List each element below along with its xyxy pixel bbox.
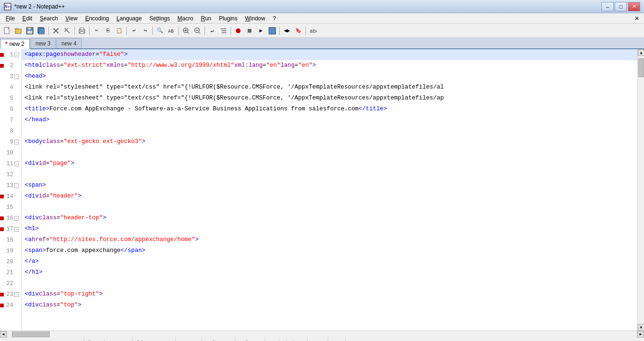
paste-button[interactable]: 📋 — [114, 26, 125, 36]
fold-button-13[interactable]: – — [14, 183, 19, 188]
fold-button-9[interactable]: – — [14, 140, 19, 144]
h-scroll-thumb[interactable] — [12, 332, 50, 337]
scroll-thumb[interactable] — [638, 58, 644, 77]
menu-run[interactable]: Run — [197, 14, 215, 23]
scroll-down-arrow[interactable]: ▼ — [638, 324, 644, 331]
code-line-6[interactable]: <title>Force.com AppExchange - Software-… — [22, 104, 637, 115]
code-line-19[interactable]: <span>force.com appexchange</span> — [22, 245, 637, 256]
open-file-button[interactable] — [13, 26, 24, 36]
close-tab-button[interactable] — [51, 26, 61, 36]
status-length: length : 3919 — [84, 338, 133, 341]
svg-rect-7 — [27, 31, 32, 34]
line-number-11: 11– — [0, 158, 22, 169]
toolbar-sep-2 — [74, 27, 75, 35]
code-line-4[interactable]: <link rel="stylesheet" type="text/css" h… — [22, 82, 637, 93]
copy-button[interactable]: ⎘ — [103, 26, 113, 36]
maximize-button[interactable]: □ — [615, 2, 627, 11]
code-line-24[interactable]: <div class="top"> — [22, 300, 637, 311]
code-line-3[interactable]: <head> — [22, 71, 637, 82]
line-number-2: 2 — [0, 60, 22, 71]
menu-window[interactable]: Window — [242, 14, 269, 23]
horizontal-scrollbar[interactable]: ◀ ▶ — [0, 331, 644, 337]
code-line-8[interactable] — [22, 126, 637, 136]
save-button[interactable] — [25, 26, 35, 36]
toolbar-sep-1 — [48, 27, 49, 35]
code-line-9[interactable]: <body class="ext-gecko ext-gecko3"> — [22, 136, 637, 147]
tab-new4[interactable]: new 4 — [56, 38, 82, 48]
code-line-23[interactable]: <div class="top-right"> — [22, 289, 637, 300]
tab-bar: * new 2 new 3 new 4 — [0, 38, 644, 49]
new-file-button[interactable] — [2, 26, 12, 36]
code-line-7[interactable]: </head> — [22, 115, 637, 126]
cut-button[interactable]: ✂ — [91, 26, 102, 36]
menu-search[interactable]: Search — [36, 14, 62, 23]
vertical-scrollbar[interactable]: ▲ ▼ — [637, 49, 644, 331]
menu-edit[interactable]: Edit — [18, 14, 36, 23]
minimize-button[interactable]: – — [601, 2, 614, 11]
close-button[interactable]: ✕ — [628, 2, 640, 11]
menu-settings[interactable]: Settings — [145, 14, 173, 23]
fold-button-1[interactable]: – — [14, 53, 19, 57]
play-macro-button[interactable]: ▶ — [256, 26, 266, 36]
bookmark-toggle-button[interactable]: 🔖 — [293, 26, 304, 36]
close-all-button[interactable] — [62, 26, 72, 36]
line-number-21: 21 — [0, 267, 22, 278]
code-line-20[interactable]: </a> — [22, 256, 637, 267]
code-line-22[interactable] — [22, 278, 637, 289]
code-content: <apex:page showheader="false"> <html cla… — [22, 49, 637, 311]
menu-plugins[interactable]: Plugins — [215, 14, 241, 23]
h-scroll-track[interactable] — [7, 331, 637, 338]
scroll-left-arrow[interactable]: ◀ — [0, 331, 7, 338]
code-line-11[interactable]: <div id="page"> — [22, 158, 637, 169]
fold-button-17[interactable]: – — [14, 227, 19, 232]
menu-view[interactable]: View — [62, 14, 81, 23]
save-macro-button[interactable] — [267, 26, 277, 36]
tab-new2[interactable]: * new 2 — [0, 39, 30, 49]
scroll-up-arrow[interactable]: ▲ — [638, 49, 644, 56]
menu-bar: File Edit Search View Encoding Language … — [0, 13, 644, 24]
stop-macro-button[interactable] — [244, 26, 255, 36]
menu-language[interactable]: Language — [113, 14, 145, 23]
scroll-track[interactable] — [638, 56, 644, 324]
zoom-out-button[interactable] — [192, 26, 203, 36]
find-button[interactable]: 🔍 — [155, 26, 165, 36]
menu-close-x[interactable]: ✕ — [632, 14, 642, 23]
line-number-24: 24 — [0, 300, 22, 311]
menu-macro[interactable]: Macro — [174, 14, 197, 23]
code-line-21[interactable]: </h1> — [22, 267, 637, 278]
code-line-1[interactable]: <apex:page showheader="false"> — [22, 49, 637, 60]
replace-button[interactable]: AB — [166, 26, 177, 36]
print-button[interactable] — [77, 26, 87, 36]
scroll-right-arrow[interactable]: ▶ — [637, 331, 644, 338]
fold-button-16[interactable]: – — [14, 216, 19, 221]
run-prev-button[interactable]: ◀▶ — [282, 26, 292, 36]
undo-button[interactable]: ↩ — [129, 26, 139, 36]
spell-check-button[interactable]: abc — [308, 26, 318, 36]
code-line-18[interactable]: <a href="http://sites.force.com/appexcha… — [22, 234, 637, 245]
menu-encoding[interactable]: Encoding — [81, 14, 113, 23]
code-line-17[interactable]: <h1> — [22, 224, 637, 234]
code-line-16[interactable]: <div class="header-top"> — [22, 213, 637, 224]
code-line-15[interactable] — [22, 202, 637, 213]
fold-button-11[interactable]: – — [14, 162, 19, 166]
zoom-in-button[interactable] — [181, 26, 191, 36]
tab-new3[interactable]: new 3 — [30, 38, 56, 48]
record-macro-button[interactable] — [233, 26, 243, 36]
code-line-13[interactable]: <span> — [22, 180, 637, 191]
menu-file[interactable]: File — [2, 14, 18, 23]
code-line-10[interactable] — [22, 147, 637, 158]
status-ansi: ANSI — [308, 338, 328, 341]
title-bar: N++ *new 2 - Notepad++ – □ ✕ — [0, 0, 644, 13]
code-line-2[interactable]: <html class="ext-strict" xmlns="http://w… — [22, 60, 637, 71]
code-line-12[interactable] — [22, 169, 637, 180]
menu-help[interactable]: ? — [269, 14, 280, 23]
redo-button[interactable]: ↪ — [140, 26, 151, 36]
save-all-button[interactable] — [36, 26, 46, 36]
word-wrap-button[interactable]: ↵ — [207, 26, 217, 36]
indent-button[interactable] — [218, 26, 229, 36]
fold-button-23[interactable]: – — [14, 292, 19, 297]
fold-button-3[interactable]: – — [14, 74, 19, 79]
code-line-14[interactable]: <div id="header"> — [22, 191, 637, 202]
code-area[interactable]: <apex:page showheader="false"> <html cla… — [22, 49, 637, 331]
code-line-5[interactable]: <link rel="stylesheet" type="text/css" h… — [22, 93, 637, 104]
